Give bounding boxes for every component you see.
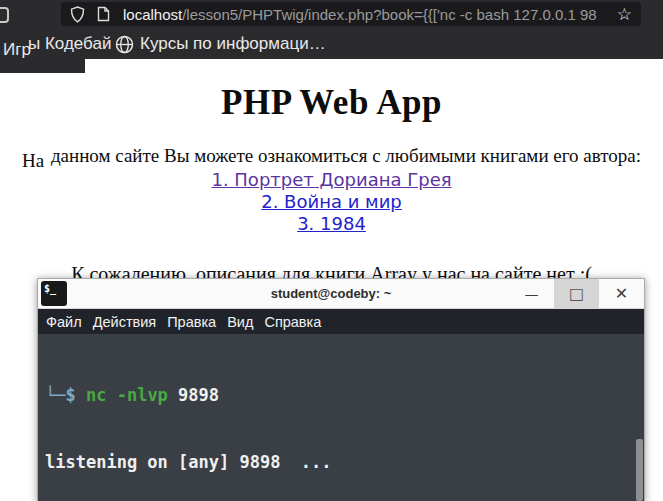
shield-permissions-icon[interactable] [70,6,85,23]
web-page: PHP Web App На данном сайте Вы можете оз… [0,59,663,286]
intro-rest: данном сайте Вы можете ознакомиться с лю… [51,145,641,166]
terminal-prompt-line: └─$ nc -nlvp 9898 [45,384,644,406]
book-link-2[interactable]: 2. Война и мир [0,191,663,213]
menu-actions[interactable]: Действия [93,314,157,330]
menu-view[interactable]: Вид [227,314,253,330]
shell-prompt: └─$ [45,385,76,405]
terminal-menubar: Файл Действия Правка Вид Справка [38,309,644,334]
bookmark-star-icon[interactable]: ☆ [617,6,632,23]
bookmark-courses[interactable]: Курсы по информаци… [140,34,326,54]
terminal-titlebar[interactable]: $_ student@codeby: ~ — □ ✕ [38,279,644,309]
menu-file[interactable]: Файл [46,314,82,330]
window-controls: — □ ✕ [509,279,644,308]
terminal-output[interactable]: └─$ nc -nlvp 9898 listening on [any] 989… [38,334,644,501]
intro-text: На данном сайте Вы можете ознакомиться с… [0,145,663,167]
page-title: PHP Web App [0,83,663,123]
scrollbar-thumb[interactable] [636,439,643,501]
partial-extension-icon[interactable] [0,7,9,23]
globe-icon [115,35,134,54]
book-links: 1. Портрет Дориана Грея 2. Война и мир 3… [0,169,663,235]
terminal-icon-glyph: $_ [44,283,56,294]
menu-help[interactable]: Справка [264,314,321,330]
bookmarks-bar: Игр ы Кодебай Курсы по информаци… [0,28,663,59]
screenshot-root: localhost/lesson5/PHPTwig/index.php?book… [0,0,663,501]
terminal-app-icon: $_ [41,281,67,306]
book-link-1[interactable]: 1. Портрет Дориана Грея [0,169,663,191]
book-link-3[interactable]: 3. 1984 [0,213,663,235]
terminal-title: student@codeby: ~ [158,286,504,301]
command-arg: 9898 [178,385,219,405]
terminal-window: $_ student@codeby: ~ — □ ✕ Файл Действия… [37,278,645,501]
url-path: /lesson5/PHPTwig/index.php?book={{['nc -… [182,6,596,23]
close-button[interactable]: ✕ [599,279,644,308]
terminal-line: listening on [any] 9898 ... [45,451,644,473]
maximize-button[interactable]: □ [554,279,599,308]
command-text: nc -nlvp [86,385,168,405]
url-bar[interactable]: localhost/lesson5/PHPTwig/index.php?book… [61,2,641,26]
intro-lead-word: На [22,150,44,172]
url-text[interactable]: localhost/lesson5/PHPTwig/index.php?book… [123,6,611,23]
url-host: localhost [123,6,182,23]
bookmark-games-label-part[interactable]: Игр [3,40,31,60]
browser-toolbar: localhost/lesson5/PHPTwig/index.php?book… [0,0,663,28]
menu-edit[interactable]: Правка [167,314,216,330]
bookmark-codeby[interactable]: ы Кодебай [28,34,111,54]
minimize-button[interactable]: — [509,279,554,308]
page-info-icon[interactable] [97,6,110,22]
